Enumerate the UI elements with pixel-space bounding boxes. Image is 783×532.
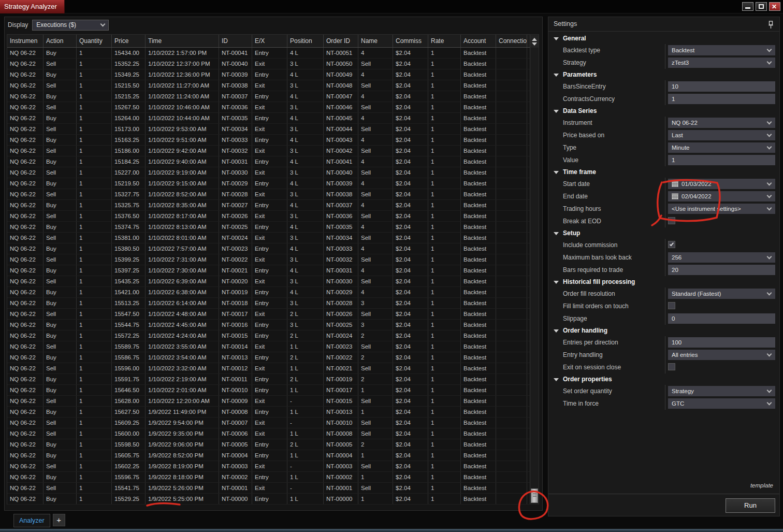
table-row[interactable]: NQ 06-22Sell115600.001/9/2022 9:35:00 PM… <box>7 428 539 439</box>
section-header-parameters[interactable]: Parameters <box>548 69 779 80</box>
column-header-account[interactable]: Account <box>461 35 496 47</box>
column-header-quantity[interactable]: Quantity <box>77 35 112 47</box>
scrollbar-thumb[interactable] <box>531 488 538 503</box>
close-button[interactable]: ✕ <box>769 2 780 11</box>
trading-hours-dropdown[interactable]: <Use instrument settings> <box>668 204 775 214</box>
table-row[interactable]: NQ 06-22Buy115421.001/10/2022 6:38:00 AM… <box>7 287 539 298</box>
section-header-historical-fill-processing[interactable]: Historical fill processing <box>548 276 779 287</box>
table-row[interactable]: NQ 06-22Buy115586.751/10/2022 3:54:00 AM… <box>7 352 539 363</box>
display-dropdown[interactable]: Executions ($) <box>32 20 109 31</box>
table-row[interactable]: NQ 06-22Buy115627.501/9/2022 11:49:00 PM… <box>7 407 539 418</box>
table-row[interactable]: NQ 06-22Sell115227.001/10/2022 9:19:00 A… <box>7 167 539 178</box>
section-header-setup[interactable]: Setup <box>548 227 779 239</box>
column-header-id[interactable]: ID <box>219 35 252 47</box>
add-tab-button[interactable]: + <box>53 514 65 526</box>
table-row[interactable]: NQ 06-22Buy115544.751/10/2022 4:45:00 AM… <box>7 320 539 330</box>
order-fill-resolution-dropdown[interactable]: Standard (Fastest) <box>668 289 775 299</box>
table-row[interactable]: NQ 06-22Sell115609.251/9/2022 9:54:00 PM… <box>7 418 539 428</box>
table-row[interactable]: NQ 06-22Sell115267.501/10/2022 10:46:00 … <box>7 102 539 113</box>
table-row[interactable]: NQ 06-22Sell115435.251/10/2022 6:39:00 A… <box>7 276 539 287</box>
contractscurrency-input[interactable]: 1 <box>668 94 775 104</box>
section-header-data-series[interactable]: Data Series <box>548 105 779 117</box>
table-row[interactable]: NQ 06-22Sell115215.501/10/2022 11:27:00 … <box>7 80 539 91</box>
table-row[interactable]: NQ 06-22Sell115589.751/10/2022 3:55:00 A… <box>7 341 539 352</box>
table-row[interactable]: NQ 06-22Sell115376.501/10/2022 8:17:00 A… <box>7 211 539 222</box>
table-row[interactable]: NQ 06-22Buy115219.501/10/2022 9:15:00 AM… <box>7 178 539 189</box>
set-order-quantity-dropdown[interactable]: Strategy <box>668 386 775 396</box>
scroll-down-icon[interactable] <box>532 42 537 46</box>
break-at-eod-checkbox[interactable] <box>668 217 675 224</box>
column-header-price[interactable]: Price <box>112 35 146 47</box>
barssinceentry-input[interactable]: 10 <box>668 81 775 92</box>
tab-analyzer[interactable]: Analyzer <box>13 514 50 527</box>
column-header-rate[interactable]: Rate <box>428 35 461 47</box>
table-row[interactable]: NQ 06-22Buy115529.251/9/2022 5:25:00 PMN… <box>7 494 539 505</box>
table-row[interactable]: NQ 06-22Buy115434.001/10/2022 1:57:00 PM… <box>7 48 539 59</box>
entry-handling-dropdown[interactable]: All entries <box>668 350 775 360</box>
table-row[interactable]: NQ 06-22Buy115605.751/9/2022 8:52:00 PMN… <box>7 450 539 461</box>
table-row[interactable]: NQ 06-22Sell115186.001/10/2022 9:42:00 A… <box>7 146 539 156</box>
maximum-bars-look-back-dropdown[interactable]: 256 <box>668 252 775 263</box>
type-dropdown[interactable]: Minute <box>668 142 775 153</box>
table-row[interactable]: NQ 06-22Sell115602.251/9/2022 8:19:00 PM… <box>7 461 539 472</box>
column-header-time[interactable]: Time <box>146 35 219 47</box>
backtest-type-dropdown[interactable]: Backtest <box>668 45 775 55</box>
table-row[interactable]: NQ 06-22Buy115380.501/10/2022 7:57:00 AM… <box>7 243 539 254</box>
column-header-commiss[interactable]: Commiss <box>393 35 428 47</box>
column-header-e-x[interactable]: E/X <box>252 35 287 47</box>
column-header-action[interactable]: Action <box>44 35 77 47</box>
table-row[interactable]: NQ 06-22Sell115596.001/10/2022 3:32:00 A… <box>7 363 539 374</box>
price-based-on-dropdown[interactable]: Last <box>668 130 775 140</box>
fill-limit-orders-on-touch-checkbox[interactable] <box>668 302 675 309</box>
table-row[interactable]: NQ 06-22Sell115399.251/10/2022 7:31:00 A… <box>7 254 539 265</box>
instrument-dropdown[interactable]: NQ 06-22 <box>668 118 775 128</box>
table-row[interactable]: NQ 06-22Buy115596.751/9/2022 8:18:00 PMN… <box>7 472 539 483</box>
vertical-scrollbar[interactable] <box>530 35 539 504</box>
table-row[interactable]: NQ 06-22Buy115572.251/10/2022 4:24:00 AM… <box>7 330 539 341</box>
table-row[interactable]: NQ 06-22Sell115381.001/10/2022 8:01:00 A… <box>7 233 539 243</box>
strategy-dropdown[interactable]: zTest3 <box>668 57 775 68</box>
section-header-general[interactable]: General <box>548 33 779 44</box>
slippage-input[interactable]: 0 <box>668 313 775 324</box>
column-header-position[interactable]: Position <box>287 35 324 47</box>
table-row[interactable]: NQ 06-22Buy115184.251/10/2022 9:40:00 AM… <box>7 156 539 167</box>
table-row[interactable]: NQ 06-22Sell115547.501/10/2022 4:48:00 A… <box>7 309 539 320</box>
table-row[interactable]: NQ 06-22Sell115173.001/10/2022 9:53:00 A… <box>7 124 539 135</box>
section-header-time-frame[interactable]: Time frame <box>548 166 779 178</box>
table-row[interactable]: NQ 06-22Buy115215.251/10/2022 11:24:00 A… <box>7 91 539 102</box>
section-header-order-properties[interactable]: Order properties <box>548 373 779 385</box>
table-row[interactable]: NQ 06-22Sell115628.001/10/2022 12:20:00 … <box>7 396 539 407</box>
include-commission-checkbox[interactable] <box>668 241 675 248</box>
bars-required-to-trade-input[interactable]: 20 <box>668 265 775 275</box>
exit-on-session-close-checkbox[interactable] <box>668 363 675 370</box>
table-row[interactable]: NQ 06-22Buy115325.751/10/2022 8:35:00 AM… <box>7 200 539 211</box>
table-row[interactable]: NQ 06-22Buy115591.751/10/2022 2:19:00 AM… <box>7 374 539 385</box>
column-header-instrumen[interactable]: Instrumen <box>7 35 44 47</box>
table-row[interactable]: NQ 06-22Sell115352.251/10/2022 12:37:00 … <box>7 59 539 69</box>
table-row[interactable]: NQ 06-22Buy115349.251/10/2022 12:36:00 P… <box>7 69 539 80</box>
column-header-order-id[interactable]: Order ID <box>324 35 358 47</box>
pin-icon[interactable] <box>769 20 773 34</box>
minimize-button[interactable] <box>742 2 753 11</box>
column-header-connectio[interactable]: Connectio <box>496 35 527 47</box>
scroll-up-icon[interactable] <box>532 38 537 41</box>
section-header-order-handling[interactable]: Order handling <box>548 325 779 336</box>
maximize-button[interactable] <box>756 2 767 11</box>
value-input[interactable]: 1 <box>668 155 775 165</box>
column-header-name[interactable]: Name <box>358 35 393 47</box>
template-link[interactable]: template <box>750 482 773 488</box>
table-row[interactable]: NQ 06-22Buy115598.501/9/2022 9:06:00 PMN… <box>7 439 539 450</box>
table-row[interactable]: NQ 06-22Buy115374.751/10/2022 8:13:00 AM… <box>7 222 539 233</box>
end-date-dropdown[interactable]: 02/04/2022 <box>668 191 775 202</box>
table-row[interactable]: NQ 06-22Buy115513.251/10/2022 6:14:00 AM… <box>7 298 539 309</box>
run-button[interactable]: Run <box>726 498 775 513</box>
table-row[interactable]: NQ 06-22Buy115646.501/10/2022 2:01:00 AM… <box>7 385 539 396</box>
table-row[interactable]: NQ 06-22Buy115397.251/10/2022 7:30:00 AM… <box>7 265 539 276</box>
time-in-force-dropdown[interactable]: GTC <box>668 398 775 409</box>
table-row[interactable]: NQ 06-22Buy115163.251/10/2022 9:51:00 AM… <box>7 135 539 146</box>
table-row[interactable]: NQ 06-22Sell115541.751/9/2022 5:26:00 PM… <box>7 483 539 494</box>
entries-per-direction-input[interactable]: 100 <box>668 337 775 348</box>
table-row[interactable]: NQ 06-22Sell115327.751/10/2022 8:52:00 A… <box>7 189 539 200</box>
table-row[interactable]: NQ 06-22Buy115264.001/10/2022 10:44:00 A… <box>7 113 539 124</box>
start-date-dropdown[interactable]: 01/03/2022 <box>668 179 775 189</box>
